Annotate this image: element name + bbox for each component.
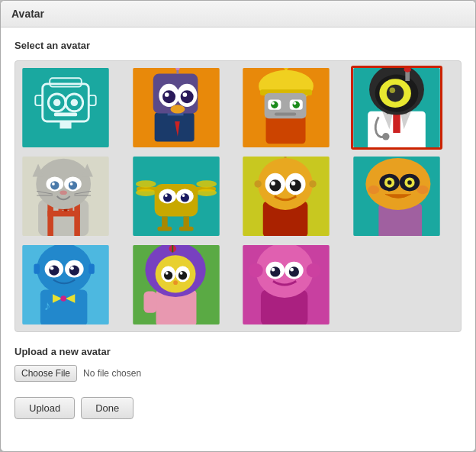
- svg-point-80: [196, 180, 216, 187]
- svg-point-88: [182, 194, 185, 197]
- svg-point-122: [60, 295, 66, 302]
- svg-point-6: [71, 99, 78, 106]
- svg-point-101: [271, 181, 275, 186]
- svg-point-128: [49, 265, 59, 275]
- upload-button[interactable]: Upload: [14, 397, 75, 419]
- svg-point-87: [164, 194, 167, 197]
- svg-rect-92: [178, 227, 193, 231]
- svg-point-115: [407, 180, 412, 185]
- svg-rect-7: [54, 113, 77, 117]
- dialog-body: Select an avatar: [1, 27, 475, 433]
- svg-point-81: [196, 189, 216, 196]
- svg-point-154: [306, 263, 320, 278]
- avatar-option-0[interactable]: [20, 66, 111, 150]
- svg-point-157: [270, 266, 280, 276]
- svg-point-114: [387, 180, 391, 185]
- svg-point-143: [178, 271, 186, 279]
- upload-section-label: Upload a new avatar: [14, 346, 462, 357]
- svg-point-18: [180, 90, 193, 103]
- svg-rect-133: [88, 264, 95, 274]
- svg-point-69: [70, 182, 73, 186]
- avatar-option-9[interactable]: [130, 243, 222, 327]
- svg-point-32: [271, 101, 278, 108]
- svg-point-21: [170, 105, 185, 113]
- done-button[interactable]: Done: [81, 397, 133, 419]
- svg-rect-132: [34, 264, 40, 274]
- dialog-header: Avatar: [1, 1, 475, 27]
- svg-rect-136: [143, 292, 156, 313]
- svg-rect-57: [47, 211, 80, 217]
- avatar-grid: ♪: [14, 60, 462, 332]
- dialog-title: Avatar: [11, 8, 44, 20]
- svg-point-78: [136, 180, 156, 187]
- svg-point-49: [389, 88, 395, 94]
- svg-point-153: [249, 263, 263, 278]
- svg-point-34: [272, 102, 275, 105]
- svg-rect-8: [60, 121, 71, 128]
- svg-point-129: [69, 265, 79, 275]
- svg-point-103: [254, 180, 261, 187]
- svg-point-70: [60, 190, 66, 195]
- avatar-option-1[interactable]: [130, 66, 222, 150]
- svg-rect-26: [266, 115, 306, 144]
- svg-rect-12: [154, 113, 194, 142]
- avatar-option-3[interactable]: [351, 66, 442, 150]
- svg-point-5: [53, 99, 60, 106]
- svg-point-19: [164, 92, 169, 97]
- avatar-option-4[interactable]: [20, 154, 111, 238]
- svg-point-160: [290, 268, 294, 272]
- svg-point-145: [179, 272, 182, 275]
- svg-point-68: [52, 182, 55, 186]
- svg-point-66: [50, 181, 59, 189]
- svg-point-85: [162, 193, 171, 202]
- svg-point-67: [69, 181, 77, 189]
- svg-point-104: [309, 180, 316, 187]
- svg-point-99: [269, 179, 281, 191]
- svg-point-116: [368, 186, 379, 194]
- svg-point-79: [136, 189, 156, 196]
- svg-point-152: [256, 245, 314, 298]
- svg-point-100: [290, 179, 301, 191]
- svg-point-17: [162, 90, 175, 103]
- avatar-option-8[interactable]: ♪: [20, 243, 111, 327]
- svg-point-20: [182, 92, 187, 97]
- avatar-option-10[interactable]: [240, 243, 332, 327]
- no-file-text: No file chosen: [83, 368, 141, 379]
- svg-point-86: [180, 193, 188, 202]
- action-buttons: Upload Done: [14, 397, 462, 419]
- avatar-option-2[interactable]: [240, 66, 332, 150]
- svg-point-33: [293, 101, 300, 108]
- file-input-row: Choose File No file chosen: [14, 365, 462, 382]
- svg-rect-0: [22, 68, 108, 147]
- avatar-dialog: Avatar Select an avatar: [0, 0, 476, 452]
- svg-rect-36: [275, 113, 296, 116]
- svg-text:♪: ♪: [44, 299, 51, 313]
- avatar-option-5[interactable]: [130, 154, 222, 238]
- upload-section: Upload a new avatar Choose File No file …: [14, 346, 462, 382]
- svg-point-146: [173, 280, 178, 285]
- svg-rect-91: [157, 227, 172, 231]
- svg-point-142: [163, 271, 172, 279]
- svg-point-117: [416, 186, 428, 194]
- svg-point-35: [293, 102, 296, 105]
- avatar-option-7[interactable]: [351, 154, 442, 238]
- svg-point-159: [272, 268, 275, 272]
- svg-point-130: [50, 266, 54, 270]
- svg-point-52: [382, 133, 389, 140]
- avatar-option-6[interactable]: [240, 154, 332, 238]
- svg-point-131: [70, 266, 74, 270]
- svg-point-144: [165, 272, 168, 275]
- choose-file-button[interactable]: Choose File: [14, 365, 77, 382]
- svg-point-102: [291, 181, 296, 186]
- svg-point-48: [386, 85, 404, 102]
- svg-point-158: [289, 266, 299, 276]
- select-avatar-label: Select an avatar: [14, 40, 462, 51]
